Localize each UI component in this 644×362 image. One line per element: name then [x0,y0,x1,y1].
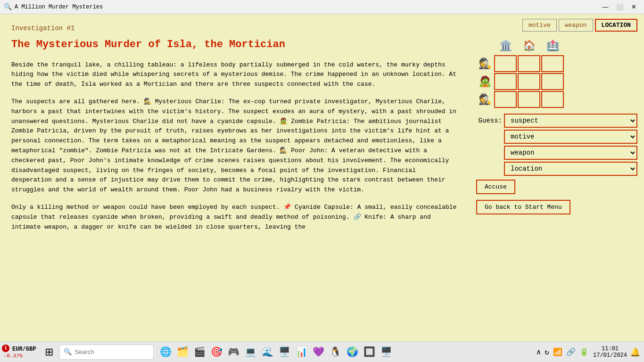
investigation-label: Investigation #1 [11,24,458,33]
taskbar-icon-app2[interactable]: 🔲 [361,344,377,360]
taskbar-right: ∧ ↻ 📶 🔗 🔋 11:01 17/01/2024 🔔 [535,346,640,359]
forex-pair: 1 EUR/GBP [4,346,36,353]
taskbar-icon-app1[interactable]: 🌊 [259,344,275,360]
search-input[interactable] [74,348,145,355]
minimize-button[interactable]: — [599,2,612,12]
suspect-dropdown[interactable]: suspect [504,114,637,128]
clock-time: 11:01 [602,346,619,352]
tab-location[interactable]: LOCATION [595,19,637,32]
notification-icon[interactable]: 🔔 [630,347,640,357]
maximize-button[interactable]: ⬜ [613,2,626,12]
guess-section: Guess: suspect motive weapon [476,114,637,176]
taskbar-icon-code[interactable]: 💜 [310,344,326,360]
title-bar: 🔍 A Million Murder Mysteries — ⬜ ✕ [0,0,644,14]
taskbar-icon-browser[interactable]: 🌐 [157,344,173,360]
tabs-row: motive weapon LOCATION [476,19,637,32]
back-to-menu-button[interactable]: Go back to Start Menu [476,200,570,214]
story-paragraph-3: Only a killing method or weapon could ha… [11,203,458,232]
search-icon: 🔍 [64,348,72,356]
tab-weapon[interactable]: weapon [559,19,593,32]
taskbar-icon-media[interactable]: 🎬 [191,344,207,360]
grid-section: 🏛️ 🏠 🏥 🕵️ 🧟 🕵️ [476,37,637,108]
grid-cell-1-1[interactable] [494,55,517,72]
motive-dropdown[interactable]: motive [504,130,637,144]
taskbar-icons: 🌐 🗂️ 🎬 🎯 🎮 💻 🌊 🖥️ 📊 💜 🐧 🌍 🔲 🖥️ [157,344,394,360]
accuse-button[interactable]: Accuse [476,180,515,194]
grid-header-icon-2: 🏠 [518,37,540,54]
mystery-title: The Mysterious Murder of Isla, the Morti… [11,38,458,52]
guess-row-location: location [476,162,637,176]
taskbar-icon-game2[interactable]: 🎮 [225,344,241,360]
right-panel: motive weapon LOCATION 🏛️ 🏠 🏥 🕵️ 🧟 [470,14,644,341]
grid-row-3: 🕵️ [476,91,637,108]
grid-cell-3-1[interactable] [494,91,517,108]
story-paragraph-2: The suspects are all gathered here. 🕵️ M… [11,97,458,195]
grid-cell-1-2[interactable] [518,55,540,72]
battery-icon[interactable]: 🔋 [578,346,590,358]
forex-pair-label: EUR/GBP [12,346,36,353]
forex-badge: 1 [2,345,9,352]
tab-motive[interactable]: motive [522,19,557,32]
window-controls: — ⬜ ✕ [599,2,640,12]
grid-header-row: 🏛️ 🏠 🏥 [494,37,637,54]
search-bar[interactable]: 🔍 [59,345,154,360]
location-dropdown[interactable]: location [504,162,637,176]
grid-cell-1-3[interactable] [541,55,564,72]
grid-row-1: 🕵️ [476,55,637,72]
grid-cell-3-2[interactable] [518,91,540,108]
weapon-dropdown[interactable]: weapon [504,146,637,160]
suspect-icon-1: 🕵️ [476,55,493,72]
wifi-icon[interactable]: 📶 [552,346,564,358]
grid-cell-3-3[interactable] [541,91,564,108]
taskbar-icon-globe[interactable]: 🌍 [344,344,360,360]
taskbar: 1 EUR/GBP -0.37% ⊞ 🔍 🌐 🗂️ 🎬 🎯 🎮 💻 🌊 🖥️ 📊… [0,341,644,362]
grid-header-icon-3: 🏥 [541,37,564,54]
close-button[interactable]: ✕ [627,2,640,12]
app-content: Investigation #1 The Mysterious Murder o… [0,14,644,341]
grid-header-icon-1: 🏛️ [494,37,517,54]
grid-cell-2-2[interactable] [518,73,540,90]
refresh-icon[interactable]: ↻ [543,346,551,358]
forex-change: -0.37% [4,353,23,359]
app-icon: 🔍 [4,3,12,11]
taskbar-icon-game1[interactable]: 🎯 [208,344,224,360]
network-icon[interactable]: 🔗 [565,346,577,358]
guess-row-suspect: Guess: suspect [476,114,637,128]
guess-row-motive: motive [476,130,637,144]
taskbar-icon-linux[interactable]: 🐧 [327,344,343,360]
left-panel: Investigation #1 The Mysterious Murder o… [0,14,470,341]
grid-cell-2-3[interactable] [541,73,564,90]
taskbar-icon-files[interactable]: 🗂️ [174,344,190,360]
guess-label: Guess: [476,117,502,124]
forex-widget[interactable]: 1 EUR/GBP -0.37% [4,346,36,359]
suspect-icon-3: 🕵️ [476,91,493,108]
suspect-icon-2: 🧟 [476,73,493,90]
grid-cell-2-1[interactable] [494,73,517,90]
taskbar-icon-screen[interactable]: 🖥️ [276,344,292,360]
taskbar-icon-dev[interactable]: 💻 [242,344,258,360]
app-title: A Million Murder Mysteries [15,4,103,10]
clock-date: 17/01/2024 [593,352,627,359]
chevron-up-icon[interactable]: ∧ [535,346,543,358]
grid-row-2: 🧟 [476,73,637,90]
taskbar-icon-chart[interactable]: 📊 [293,344,309,360]
start-button[interactable]: ⊞ [41,344,58,361]
guess-row-weapon: weapon [476,146,637,160]
clock-area[interactable]: 11:01 17/01/2024 [593,346,627,359]
taskbar-icon-monitor[interactable]: 🖥️ [378,344,394,360]
story-paragraph-1: Beside the tranquil lake, a chilling tab… [11,60,458,90]
sys-icons: ∧ ↻ 📶 🔗 🔋 [535,346,590,358]
title-bar-left: 🔍 A Million Murder Mysteries [4,3,103,11]
